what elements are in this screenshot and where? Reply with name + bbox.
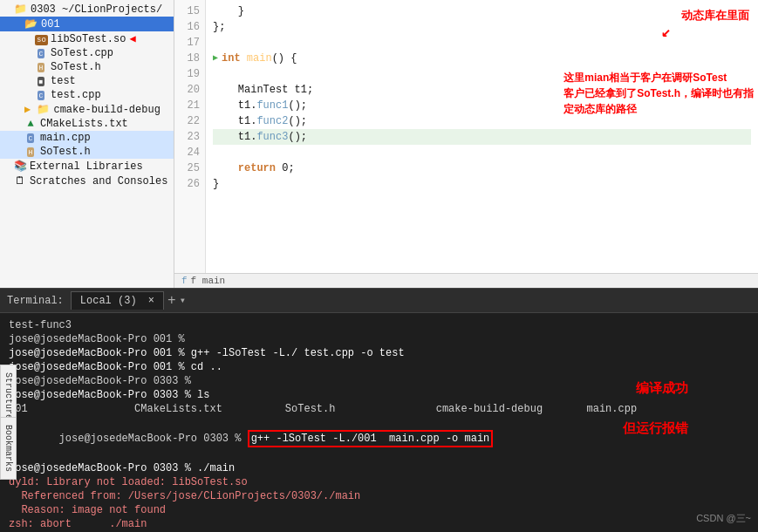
play-button-icon[interactable]: ▶ — [213, 51, 218, 66]
code-area[interactable]: } }; ▶ int main() { MainTest t1; t1.func… — [206, 0, 758, 273]
sidebar-item-test-cpp[interactable]: C test.cpp — [0, 88, 174, 102]
exec-file-icon: ■ — [35, 75, 47, 87]
terminal-line-1: test-func3 — [9, 318, 749, 332]
sidebar-item-001[interactable]: 📂 001 — [0, 17, 174, 31]
terminal-line-7: 001 CMakeLists.txt SoTest.h cmake-build-… — [9, 402, 749, 416]
add-tab-button[interactable]: + — [167, 293, 176, 309]
editor-content: 15 16 17 18 19 20 21 22 23 24 25 26 } };… — [174, 0, 758, 273]
breadcrumb-func-icon: f — [181, 276, 188, 286]
code-line-24 — [213, 145, 751, 160]
sidebar-item-label: libSoTest.so — [51, 33, 126, 45]
code-line-16: }; — [213, 19, 751, 35]
sidebar-item-label: 001 — [41, 18, 60, 31]
sidebar-item-main-cpp[interactable]: C main.cpp — [0, 131, 174, 145]
terminal-label: Terminal: — [7, 295, 64, 307]
sidebar-item-cmakelists[interactable]: ▲ CMakeLists.txt — [0, 117, 174, 131]
cmake-file-icon: ▲ — [24, 118, 37, 130]
sidebar-item-label: SoTest.cpp — [51, 47, 113, 59]
terminal-line-3: jose@josedeMacBook-Pro 001 % g++ -lSoTes… — [9, 346, 749, 360]
sidebar-item-label: External Libraries — [30, 160, 143, 173]
code-line-21: t1.func1(); — [213, 98, 751, 113]
code-line-20: MainTest t1; — [213, 82, 751, 98]
breadcrumb: f f main — [174, 273, 758, 288]
sidebar-item-scratches[interactable]: 🗒 Scratches and Consoles — [0, 174, 174, 188]
sidebar-item-test-exec[interactable]: ■ test — [0, 74, 174, 88]
code-line-22: t1.func2(); — [213, 113, 751, 129]
cpp-file-icon2: C — [35, 89, 47, 101]
code-line-17 — [213, 35, 751, 51]
sidebar-item-label: SoTest.h — [40, 146, 91, 158]
terminal-line-9: jose@josedeMacBook-Pro 0303 % ./main — [9, 461, 749, 475]
code-line-15: } — [213, 3, 751, 19]
code-line-18: ▶ int main() { — [213, 51, 751, 66]
terminal-line-4: jose@josedeMacBook-Pro 001 % cd .. — [9, 360, 749, 374]
folder-open-icon: 📂 — [24, 17, 38, 31]
sidebar-item-libsotest[interactable]: so libSoTest.so ◀ — [0, 31, 174, 46]
red-arrow-indicator: ◀ — [129, 32, 135, 45]
terminal-area: Terminal: Local (3) × + ▾ test-func3 jos… — [0, 288, 758, 532]
terminal-wrapper: Terminal: Local (3) × + ▾ test-func3 jos… — [0, 288, 758, 532]
bookmarks-tab[interactable]: Bookmarks — [0, 417, 17, 480]
sidebar-item-sotest-h2[interactable]: H SoTest.h — [0, 145, 174, 159]
watermark: CSDN @三~ — [696, 512, 751, 525]
sidebar-item-0303[interactable]: 📁 0303 ~/CLionProjects/ — [0, 2, 174, 17]
sidebar-item-cmake-debug[interactable]: ▶ 📁 cmake-build-debug — [0, 102, 174, 117]
sidebar-item-label: SoTest.h — [51, 61, 101, 73]
code-line-26: } — [213, 176, 751, 192]
sidebar: 📁 0303 ~/CLionProjects/ 📂 001 so libSoTe… — [0, 0, 174, 288]
sidebar-item-label: cmake-build-debug — [53, 104, 160, 116]
sidebar-item-label: main.cpp — [40, 132, 91, 144]
terminal-dropdown-icon[interactable]: ▾ — [180, 294, 186, 307]
h-file-icon2: H — [24, 146, 37, 158]
code-line-23: t1.func3(); — [213, 129, 751, 145]
h-file-icon: H — [35, 61, 47, 73]
editor-wrapper: 15 16 17 18 19 20 21 22 23 24 25 26 } };… — [174, 0, 758, 288]
so-file-icon: so — [35, 33, 47, 45]
sidebar-item-label: test.cpp — [51, 89, 101, 101]
terminal-line-12: Reason: image not found — [9, 503, 749, 517]
breadcrumb-text: f main — [191, 276, 226, 286]
code-line-19 — [213, 66, 751, 82]
terminal-line-10: dyld: Library not loaded: libSoTest.so — [9, 475, 749, 489]
folder-open-icon: 📁 — [14, 3, 27, 16]
cpp-file-icon3: C — [24, 132, 37, 144]
terminal-tab-local[interactable]: Local (3) × — [71, 291, 164, 310]
sidebar-item-label: CMakeLists.txt — [40, 118, 128, 130]
sidebar-item-label: 0303 ~/CLionProjects/ — [31, 3, 162, 16]
terminal-content[interactable]: test-func3 jose@josedeMacBook-Pro 001 % … — [0, 313, 758, 532]
line-numbers: 15 16 17 18 19 20 21 22 23 24 25 26 — [174, 0, 206, 273]
sidebar-item-external-libraries[interactable]: 📚 External Libraries — [0, 159, 174, 174]
sidebar-item-label: test — [51, 75, 76, 87]
sidebar-item-sotest-cpp[interactable]: C SoTest.cpp — [0, 46, 174, 60]
terminal-line-2: jose@josedeMacBook-Pro 001 % — [9, 332, 749, 346]
sidebar-item-label: Scratches and Consoles — [30, 175, 167, 188]
folder-icon: ▶ 📁 — [24, 103, 50, 116]
main-area: 📁 0303 ~/CLionProjects/ 📂 001 so libSoTe… — [0, 0, 758, 288]
terminal-line-13: zsh: abort ./main — [9, 517, 749, 531]
terminal-tabs: Terminal: Local (3) × + ▾ — [0, 289, 758, 313]
ext-lib-icon: 📚 — [14, 160, 26, 173]
terminal-line-6: jose@josedeMacBook-Pro 0303 % ls — [9, 388, 749, 402]
sidebar-item-sotest-h[interactable]: H SoTest.h — [0, 60, 174, 74]
terminal-line-11: Referenced from: /Users/jose/CLionProjec… — [9, 489, 749, 503]
tab-close-icon[interactable]: × — [148, 295, 154, 307]
terminal-line-5: jose@josedeMacBook-Pro 0303 % — [9, 374, 749, 388]
highlighted-command: g++ -lSoTest -L./001 main.cpp -o main — [248, 430, 494, 447]
terminal-line-8: jose@josedeMacBook-Pro 0303 % g++ -lSoTe… — [9, 416, 749, 461]
cpp-file-icon: C — [35, 47, 47, 59]
scratches-icon: 🗒 — [14, 174, 26, 188]
code-line-25: return 0; — [213, 160, 751, 176]
